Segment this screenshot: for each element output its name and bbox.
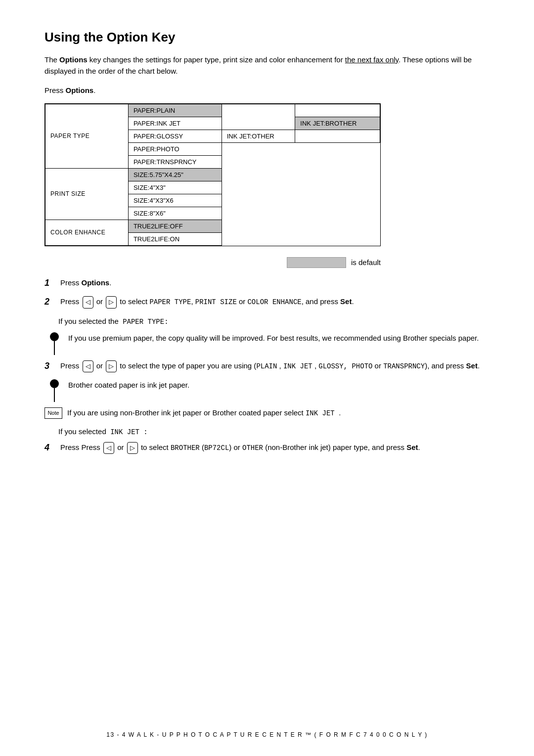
note-1-icon (44, 332, 64, 355)
step-2-content: Press ◁ or ▷ to select PAPER TYPE, PRINT… (60, 296, 490, 308)
ink-jet-selected-mono: INK JET : (106, 428, 148, 436)
default-label: is default (351, 258, 381, 267)
step-4-num: 4 (44, 441, 58, 455)
size-5x4-cell: SIZE:5.75"X4.25" (128, 168, 222, 181)
default-box (287, 257, 346, 268)
step-1: 1 Press Options. (44, 277, 490, 290)
page-title: Using the Option Key (44, 30, 490, 45)
size-4x3-cell: SIZE:4"X3" (128, 181, 222, 194)
table-row: COLOR ENHANCE TRUE2LIFE:OFF (45, 220, 380, 232)
left-arrow-btn-2: ◁ (83, 296, 93, 308)
inkjet-brother-cell: INK JET:BROTHER (295, 117, 380, 130)
step-1-content: Press Options. (60, 277, 490, 288)
intro-paragraph: The Options key changes the settings for… (44, 54, 490, 77)
true2life-off-cell: TRUE2LIFE:OFF (128, 220, 222, 232)
print-size-label: PRINT SIZE (45, 168, 129, 220)
ink-jet-section-header: If you selected INK JET : (58, 426, 490, 438)
step4-set-bold: Set (406, 443, 418, 451)
table-row: PRINT SIZE SIZE:5.75"X4.25" (45, 168, 380, 181)
step3-set-bold: Set (466, 361, 478, 370)
left-arrow-btn-3: ◁ (83, 360, 93, 372)
step-4: 4 Press Press ◁ or ▷ to select BROTHER (… (44, 442, 490, 455)
right-arrow-btn-2: ▷ (106, 296, 117, 308)
step-3: 3 Press ◁ or ▷ to select the type of pap… (44, 360, 490, 373)
next-fax-only: the next fax only (345, 55, 399, 64)
paper-type-section-header: If you selected the PAPER TYPE: (58, 316, 490, 327)
color-enhance-label: COLOR ENHANCE (45, 220, 129, 245)
paper-trnsprncy-cell: PAPER:TRNSPRNCY (128, 155, 222, 168)
step-2-num: 2 (44, 295, 58, 309)
step1-options-bold: Options (82, 278, 110, 287)
default-legend: is default (44, 257, 381, 268)
options-bold-intro: Options (59, 55, 88, 64)
step-1-num: 1 (44, 276, 58, 290)
table-row: PAPER TYPE PAPER:PLAIN (45, 104, 380, 117)
note-1-text: If you use premium paper, the copy quali… (68, 332, 490, 344)
note-1-circle (50, 332, 59, 341)
note-tag-label: Note (44, 407, 62, 419)
step2-set-bold: Set (340, 297, 352, 306)
paper-glossy-cell: PAPER:GLOSSY (128, 130, 222, 142)
note-1-block: If you use premium paper, the copy quali… (44, 332, 490, 355)
paper-photo-cell: PAPER:PHOTO (128, 142, 222, 155)
note-tag-content: If you are using non-Brother ink jet pap… (67, 407, 490, 419)
note-tag-block: Note If you are using non-Brother ink je… (44, 407, 490, 419)
paper-type-label: PAPER TYPE (45, 104, 129, 168)
note-2-text: Brother coated paper is ink jet paper. (68, 379, 490, 391)
step-3-content: Press ◁ or ▷ to select the type of paper… (60, 360, 490, 372)
true2life-on-cell: TRUE2LIFE:ON (128, 232, 222, 245)
note-2-block: Brother coated paper is ink jet paper. (44, 379, 490, 402)
right-arrow-btn-4: ▷ (127, 442, 138, 454)
footer: 13 - 4 W A L K - U P P H O T O C A P T U… (0, 731, 534, 738)
left-arrow-btn-4: ◁ (103, 442, 114, 454)
size-8x6-cell: SIZE:8"X6" (128, 207, 222, 220)
note-1-line (54, 341, 55, 355)
right-arrow-btn-3: ▷ (106, 360, 117, 372)
step-2: 2 Press ◁ or ▷ to select PAPER TYPE, PRI… (44, 296, 490, 309)
ink-jet-mono: INK JET (306, 409, 339, 417)
paper-type-mono: PAPER TYPE: (119, 318, 169, 326)
note-2-line (54, 388, 55, 402)
size-4x3x6-cell: SIZE:4"X3"X6 (128, 194, 222, 207)
step-4-content: Press Press ◁ or ▷ to select BROTHER (BP… (60, 442, 490, 454)
paper-inkjet-cell: PAPER:INK JET (128, 117, 222, 130)
chart-table: PAPER TYPE PAPER:PLAIN PAPER:INK JET INK… (45, 104, 380, 246)
note-2-icon (44, 379, 64, 402)
press-options-label: Press Options. (44, 86, 490, 94)
note-2-circle (50, 379, 59, 388)
paper-plain-cell: PAPER:PLAIN (128, 104, 222, 117)
step-3-num: 3 (44, 359, 58, 373)
options-chart: PAPER TYPE PAPER:PLAIN PAPER:INK JET INK… (44, 103, 381, 246)
options-bold-label: Options (66, 86, 94, 94)
